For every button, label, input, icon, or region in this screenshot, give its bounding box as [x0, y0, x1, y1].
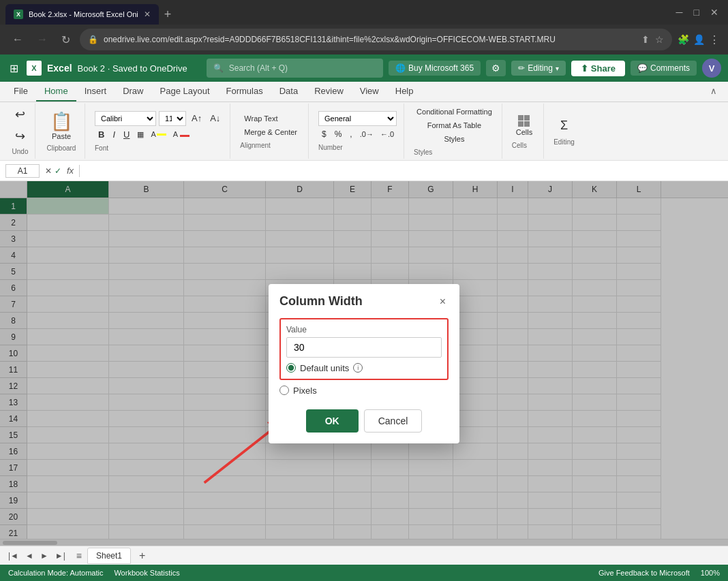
status-right: Give Feedback to Microsoft 100% [598, 569, 720, 577]
underline-button[interactable]: U [120, 129, 133, 140]
add-sheet-button[interactable]: + [134, 550, 151, 562]
font-color-button[interactable]: A [170, 129, 192, 139]
buy-microsoft-button[interactable]: 🌐 Buy Microsoft 365 [389, 61, 481, 76]
tab-home[interactable]: Home [36, 82, 76, 101]
settings-button[interactable]: ⚙ [486, 60, 506, 76]
first-sheet-arrow[interactable]: |◄ [5, 550, 21, 562]
italic-button[interactable]: I [109, 129, 119, 140]
tab-data[interactable]: Data [271, 82, 306, 101]
tab-file[interactable]: File [5, 82, 36, 101]
undo-button[interactable]: ↩ [11, 104, 29, 125]
excel-app: ⊞ X Excel Book 2 · Saved to OneDrive 🔍 S… [0, 54, 728, 581]
merge-row: Merge & Center [240, 127, 301, 138]
star-icon[interactable]: ☆ [655, 34, 664, 45]
extensions-icon[interactable]: 🧩 [678, 34, 689, 45]
status-left: Calculation Mode: Automatic Workbook Sta… [8, 569, 180, 577]
cell-styles-label: Styles [444, 135, 464, 143]
font-group: Calibri 11 A↑ A↓ B I U ▦ A A Font [88, 104, 230, 159]
close-icon[interactable]: ✕ [706, 5, 723, 19]
info-icon[interactable]: i [353, 363, 363, 373]
tab-view[interactable]: View [352, 82, 387, 101]
radio-pixels-label[interactable]: Pixels [279, 386, 449, 396]
number-format-select[interactable]: General [318, 111, 397, 126]
tab-page-layout[interactable]: Page Layout [152, 82, 218, 101]
redo-icon: ↪ [15, 129, 25, 144]
tab-close-icon[interactable]: ✕ [144, 10, 151, 19]
bold-button[interactable]: B [95, 129, 108, 140]
active-tab[interactable]: X Book 2.xlsx - Microsoft Excel Oni ✕ [5, 4, 159, 25]
tab-draw[interactable]: Draw [115, 82, 151, 101]
back-button[interactable]: ← [8, 31, 27, 48]
ok-button[interactable]: OK [306, 409, 359, 433]
nav-arrows-group: |◄ ◄ ► ►| [5, 550, 68, 562]
dialog-body: Value Default units i [269, 315, 459, 404]
pencil-icon: ✏ [518, 63, 525, 73]
share-button[interactable]: ⬆ Share [571, 61, 625, 76]
comments-button[interactable]: 💬 Comments [631, 61, 697, 76]
clipboard-group-label: Clipboard [47, 144, 76, 152]
new-tab-button[interactable]: + [159, 6, 177, 23]
share-address-icon[interactable]: ⬆ [641, 34, 650, 45]
decrease-decimal-button[interactable]: ←.0 [378, 129, 397, 140]
user-avatar[interactable]: V [702, 59, 721, 78]
cell-styles-button[interactable]: Styles [414, 134, 495, 144]
profile-icon[interactable]: 👤 [693, 34, 705, 45]
merge-center-button[interactable]: Merge & Center [240, 127, 301, 138]
editing-button[interactable]: ✏ Editing ▾ [511, 61, 566, 76]
minimize-icon[interactable]: ─ [672, 5, 687, 19]
wrap-text-row: Wrap Text [240, 113, 301, 124]
last-sheet-arrow[interactable]: ►| [52, 550, 68, 562]
radio-pixels[interactable] [279, 386, 289, 395]
browser-actions: 🧩 👤 ⋮ [678, 33, 720, 46]
maximize-icon[interactable]: □ [690, 5, 703, 19]
currency-button[interactable]: $ [318, 129, 330, 140]
next-sheet-arrow[interactable]: ► [37, 550, 51, 562]
menu-icon[interactable]: ⋮ [709, 33, 720, 46]
calc-mode-text: Calculation Mode: Automatic [8, 569, 103, 577]
tab-formulas[interactable]: Formulas [218, 82, 271, 101]
cell-reference-input[interactable] [5, 164, 40, 178]
cells-button[interactable]: Cells [512, 114, 536, 138]
cancel-formula-button[interactable]: ✕ [45, 166, 52, 176]
formula-input[interactable] [85, 166, 723, 176]
workbook-stats-text[interactable]: Workbook Statistics [114, 569, 179, 577]
format-table-button[interactable]: Format As Table [414, 120, 495, 131]
feedback-text[interactable]: Give Feedback to Microsoft [598, 569, 690, 577]
radio-default-units-label[interactable]: Default units i [286, 363, 442, 373]
forward-button[interactable]: → [33, 31, 52, 48]
tab-review[interactable]: Review [306, 82, 352, 101]
refresh-button[interactable]: ↻ [57, 31, 74, 49]
conditional-formatting-button[interactable]: Conditional Formatting [414, 106, 495, 117]
paste-button[interactable]: 📋 Paste [45, 108, 78, 143]
tab-help[interactable]: Help [387, 82, 422, 101]
font-size-select[interactable]: 11 [159, 111, 186, 126]
font-decrease-button[interactable]: A↓ [207, 112, 223, 124]
cells-group-label: Cells [512, 142, 536, 149]
status-bar: Calculation Mode: Automatic Workbook Sta… [0, 565, 728, 581]
column-width-input[interactable] [286, 337, 442, 358]
percent-button[interactable]: % [331, 129, 346, 140]
hamburger-menu-icon[interactable]: ≡ [74, 550, 85, 561]
redo-button[interactable]: ↪ [11, 126, 29, 146]
comma-button[interactable]: , [346, 129, 355, 140]
prev-sheet-arrow[interactable]: ◄ [22, 550, 36, 562]
address-bar[interactable]: 🔒 onedrive.live.com/edit.aspx?resid=A9DD… [80, 29, 672, 50]
cancel-button[interactable]: Cancel [364, 409, 423, 433]
sheet-tab-sheet1[interactable]: Sheet1 [87, 548, 131, 564]
borders-button[interactable]: ▦ [134, 129, 147, 140]
ribbon-collapse-button[interactable]: ∧ [705, 82, 723, 101]
dialog-close-button[interactable]: × [437, 294, 449, 310]
font-increase-button[interactable]: A↑ [189, 112, 204, 124]
editing-group-button[interactable]: Σ [553, 117, 575, 134]
font-name-select[interactable]: Calibri [95, 111, 156, 126]
styles-group: Conditional Formatting Format As Table S… [407, 104, 502, 159]
fill-color-button[interactable]: A [148, 129, 168, 139]
confirm-formula-button[interactable]: ✓ [55, 166, 61, 176]
wrap-text-button[interactable]: Wrap Text [240, 113, 282, 124]
increase-decimal-button[interactable]: .0→ [357, 129, 376, 140]
tab-insert[interactable]: Insert [76, 82, 115, 101]
radio-default-units[interactable] [286, 363, 296, 373]
excel-search-box[interactable]: 🔍 Search (Alt + Q) [207, 59, 383, 78]
excel-file-title[interactable]: Book 2 · Saved to OneDrive [78, 63, 187, 74]
apps-grid-icon[interactable]: ⊞ [7, 59, 21, 78]
